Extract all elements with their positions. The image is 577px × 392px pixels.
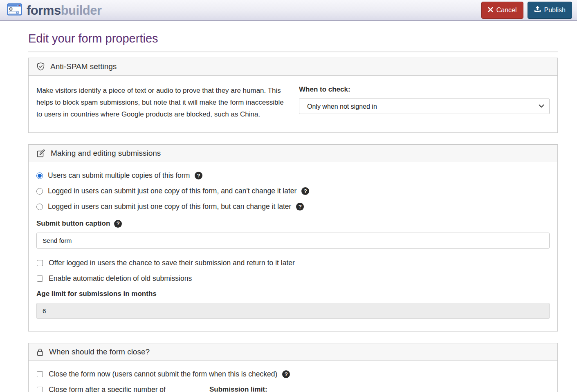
checkbox-row-close-after-limit: Close form after a specific number of [36,385,209,392]
radio-one-copy-can-change-label[interactable]: Logged in users can submit just one copy… [48,202,291,211]
section-submissions-title: Making and editing submissions [51,149,161,158]
radio-multiple-copies-label[interactable]: Users can submit multiple copies of this… [48,171,190,180]
question-circle-icon[interactable]: ? [301,187,309,195]
topbar-actions: Cancel Publish [481,2,572,18]
checkbox-row-close-now: Close the form now (users cannot submit … [36,370,550,379]
radio-row-multiple-copies: Users can submit multiple copies of this… [36,171,550,180]
title-divider [28,52,558,52]
shield-check-icon [36,62,45,71]
brand: formsbuilder [7,3,101,17]
upload-icon [534,6,541,14]
closing-limit-left: Close form after a specific number of [36,385,209,392]
checkbox-close-now-label[interactable]: Close the form now (users cannot submit … [49,370,277,379]
closing-limit-row: Close form after a specific number of Su… [36,385,550,392]
radio-one-copy-can-change[interactable] [36,204,43,210]
section-closing-body: Close the form now (users cannot submit … [29,361,557,392]
cancel-button-label: Cancel [496,6,517,14]
section-submissions-body: Users can submit multiple copies of this… [29,162,557,331]
question-circle-icon[interactable]: ? [114,220,122,228]
submission-limit-label: Submission limit: [209,385,550,392]
section-antispam-body: Make visitors identify a piece of text o… [29,76,557,132]
publish-button[interactable]: Publish [528,2,572,18]
question-circle-icon[interactable]: ? [195,172,202,179]
checkbox-close-now[interactable] [37,371,43,377]
section-submissions: Making and editing submissions Users can… [28,144,558,332]
lock-icon [36,348,44,356]
checkbox-close-after-limit[interactable] [37,387,43,392]
antispam-description: Make visitors identify a piece of text o… [36,85,289,120]
checkbox-save-and-return-label[interactable]: Offer logged in users the chance to save… [49,259,295,267]
checkbox-close-after-limit-label[interactable]: Close form after a specific number of [49,385,166,392]
section-closing-title: When should the form close? [49,347,150,356]
edit-pencil-icon [36,149,45,158]
brand-builder: builder [61,3,102,18]
formsbuilder-logo-icon [7,3,22,17]
publish-button-label: Publish [544,6,566,14]
radio-one-copy-no-change[interactable] [36,188,43,195]
radio-row-one-copy-can-change: Logged in users can submit just one copy… [36,202,550,211]
page-title: Edit your form properties [28,32,558,45]
section-closing-header: When should the form close? [29,343,557,361]
section-antispam: Anti-SPAM settings Make visitors identif… [28,58,558,133]
closing-limit-right: Submission limit: [209,385,550,392]
brand-forms: forms [27,3,61,18]
checkbox-row-auto-deletion: Enable automatic deletion of old submiss… [36,274,550,283]
cancel-button[interactable]: Cancel [481,2,523,18]
section-antispam-title: Anti-SPAM settings [50,62,117,71]
checkbox-auto-deletion-label[interactable]: Enable automatic deletion of old submiss… [49,274,192,283]
x-icon [488,6,493,14]
when-to-check-select-wrap: Only when not signed in [299,99,550,114]
age-limit-label: Age limit for submissions in months [36,290,550,298]
submit-caption-label-text: Submit button caption [36,220,110,228]
checkbox-save-and-return[interactable] [37,260,43,266]
when-to-check-label: When to check: [299,85,550,94]
top-bar: formsbuilder Cancel Publish [0,0,577,21]
when-to-check-select[interactable]: Only when not signed in [299,99,550,114]
brand-text: formsbuilder [27,4,101,17]
submit-caption-label: Submit button caption ? [36,220,550,228]
checkbox-row-save-and-return: Offer logged in users the chance to save… [36,259,550,267]
checkbox-auto-deletion[interactable] [37,276,43,282]
section-antispam-header: Anti-SPAM settings [29,58,557,76]
section-closing: When should the form close? Close the fo… [28,343,558,392]
radio-one-copy-no-change-label[interactable]: Logged in users can submit just one copy… [48,187,296,195]
question-circle-icon[interactable]: ? [296,203,304,211]
section-submissions-header: Making and editing submissions [29,145,557,162]
question-circle-icon[interactable]: ? [282,370,290,378]
age-limit-input [36,303,550,319]
radio-multiple-copies[interactable] [36,172,43,179]
main-content: Edit your form properties Anti-SPAM sett… [28,32,558,392]
radio-row-one-copy-no-change: Logged in users can submit just one copy… [36,187,550,195]
submit-caption-input[interactable] [36,233,550,249]
when-to-check-field: When to check: Only when not signed in [299,85,550,120]
